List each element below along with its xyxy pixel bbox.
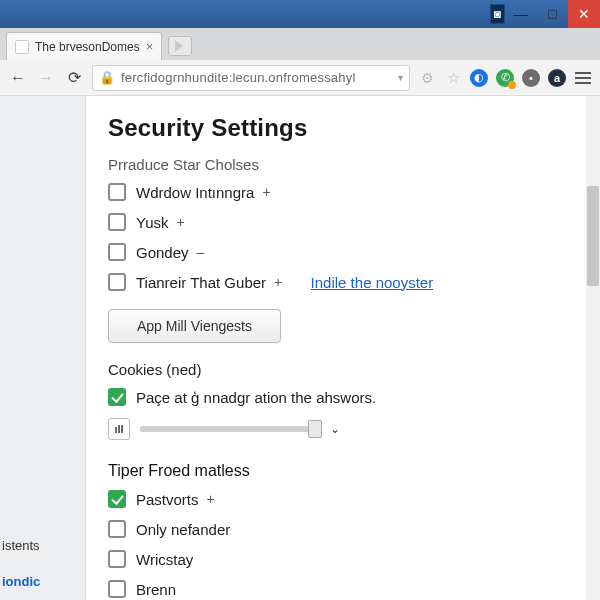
window-maximize-button[interactable]: □ [537, 0, 569, 28]
url-text: fercfidogrnhundite:lecun.onfromessahyl [121, 70, 392, 85]
slider-handle[interactable] [308, 420, 322, 438]
checkbox-checked[interactable] [108, 388, 126, 406]
option-wricstay[interactable]: Wricstay [108, 550, 578, 568]
tab-strip: The brvesonDomes × [0, 28, 600, 60]
page-title: Security Settings [108, 114, 578, 142]
checkbox[interactable] [108, 273, 126, 291]
sidebar-item-iondic[interactable]: iondic [0, 570, 85, 593]
main-content: Security Settings Prraduce Star Cholses … [86, 96, 600, 600]
option-tianreir[interactable]: Tianreir That Guber + Indile the nooyste… [108, 273, 578, 291]
indile-link[interactable]: Indile the nooyster [311, 274, 434, 291]
scrollbar-track[interactable] [586, 96, 600, 600]
option-pastvorts[interactable]: Pastvorts + [108, 490, 578, 508]
option-label: Wricstay [136, 551, 193, 568]
scrollbar-thumb[interactable] [587, 186, 599, 286]
main-menu-button[interactable] [574, 72, 592, 84]
option-label: Wdrdow Intınngra [136, 184, 254, 201]
sidebar-item-istents[interactable]: istents [0, 534, 85, 557]
extension-icon-3[interactable]: • [522, 69, 540, 87]
window-titlebar: ◙ — □ ✕ [0, 0, 600, 28]
slider-value-box[interactable]: ıII [108, 418, 130, 440]
option-label: Only nefander [136, 521, 230, 538]
omnibox-dropdown-icon[interactable]: ▾ [398, 72, 403, 83]
address-bar[interactable]: 🔒 fercfidogrnhundite:lecun.onfromessahyl… [92, 65, 410, 91]
tab-close-icon[interactable]: × [146, 39, 154, 54]
forward-button[interactable]: → [36, 68, 56, 88]
left-sidebar: istents iondic [0, 96, 86, 600]
window-minimize-button[interactable]: — [505, 0, 537, 28]
option-suffix: + [177, 214, 185, 230]
window-close-button[interactable]: ✕ [568, 0, 600, 28]
slider-track[interactable] [140, 426, 320, 432]
extension-icon-1[interactable]: ◐ [470, 69, 488, 87]
option-brenn[interactable]: Brenn [108, 580, 578, 598]
chevron-down-icon[interactable]: ⌄ [330, 422, 340, 436]
slider-row: ıII ⌄ [108, 418, 578, 440]
option-gondey[interactable]: Gondey – [108, 243, 578, 261]
option-only-nefander[interactable]: Only nefander [108, 520, 578, 538]
checkbox-checked[interactable] [108, 490, 126, 508]
checkbox[interactable] [108, 580, 126, 598]
checkbox[interactable] [108, 213, 126, 231]
workspace: istents iondic Security Settings Prraduc… [0, 96, 600, 600]
option-suffix: – [197, 244, 205, 260]
option-cookies-main[interactable]: Paçe at ģ nnadgr ation the ahswors. [108, 388, 578, 406]
option-suffix: + [207, 491, 215, 507]
browser-tab[interactable]: The brvesonDomes × [6, 32, 162, 60]
checkbox[interactable] [108, 183, 126, 201]
option-label: Yusk [136, 214, 169, 231]
app-icon: ◙ [490, 4, 505, 24]
option-label: Gondey [136, 244, 189, 261]
app-mill-button[interactable]: App Mill Viengests [108, 309, 281, 343]
checkbox[interactable] [108, 520, 126, 538]
settings-icon[interactable]: ⚙ [418, 69, 436, 87]
checkbox[interactable] [108, 550, 126, 568]
extension-icon-4[interactable]: a [548, 69, 566, 87]
option-label: Paçe at ģ nnadgr ation the ahswors. [136, 389, 376, 406]
option-yusk[interactable]: Yusk + [108, 213, 578, 231]
extension-icon-2[interactable]: ✆ [496, 69, 514, 87]
section3-heading: Tiper Froed matless [108, 462, 578, 480]
new-tab-button[interactable] [168, 36, 192, 56]
option-wdrdow[interactable]: Wdrdow Intınngra + [108, 183, 578, 201]
option-label: Tianreir That Guber [136, 274, 266, 291]
option-suffix: + [274, 274, 282, 290]
tab-title: The brvesonDomes [35, 40, 140, 54]
option-suffix: + [262, 184, 270, 200]
checkbox[interactable] [108, 243, 126, 261]
section2-heading: Cookies (ned) [108, 361, 578, 378]
reload-button[interactable]: ⟳ [64, 68, 84, 88]
option-label: Brenn [136, 581, 176, 598]
tab-favicon [15, 40, 29, 54]
section1-heading: Prraduce Star Cholses [108, 156, 578, 173]
lock-icon: 🔒 [99, 70, 115, 85]
bookmark-star-icon[interactable]: ☆ [444, 69, 462, 87]
back-button[interactable]: ← [8, 68, 28, 88]
toolbar: ← → ⟳ 🔒 fercfidogrnhundite:lecun.onfrome… [0, 60, 600, 96]
option-label: Pastvorts [136, 491, 199, 508]
